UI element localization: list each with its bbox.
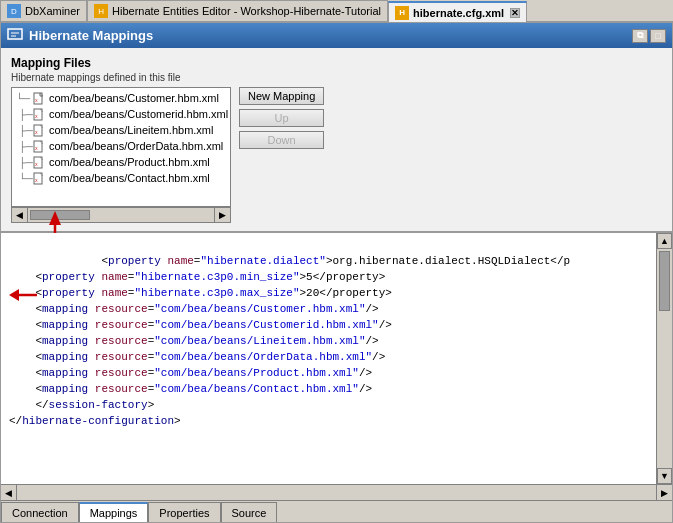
mapping-row: └─ X com/bea/beans/Customer.h	[11, 87, 662, 223]
xml-line-7: <mapping resource="com/bea/beans/Product…	[9, 367, 372, 379]
list-item[interactable]: ├─ X com/bea/beans/Customerid.hbm.xml	[12, 106, 230, 122]
list-item-text-4: com/bea/beans/Product.hbm.xml	[49, 156, 210, 168]
xml-hscroll-track[interactable]	[17, 485, 656, 500]
svg-text:X: X	[35, 98, 38, 103]
file-icon-0: X	[32, 91, 46, 105]
tab-hibernate-editor[interactable]: H Hibernate Entities Editor - Workshop-H…	[87, 0, 388, 21]
mapping-files-desc: Hibernate mappings defined in this file	[11, 72, 662, 83]
bottom-tab-bar: Connection Mappings Properties Source	[1, 500, 672, 522]
window-title-icon	[7, 26, 23, 45]
hscroll-right-btn[interactable]: ▶	[214, 208, 230, 222]
tab-dbxaminer[interactable]: D DbXaminer	[0, 0, 87, 21]
tree-connector: ├─	[16, 125, 32, 136]
tab-properties-label: Properties	[159, 507, 209, 519]
xml-editor-pane: <property name="hibernate.dialect">org.h…	[1, 233, 672, 522]
xml-line-4: <mapping resource="com/bea/beans/Custome…	[9, 319, 392, 331]
up-button[interactable]: Up	[239, 109, 324, 127]
tab-source[interactable]: Source	[221, 502, 278, 522]
tab-hibernate-editor-label: Hibernate Entities Editor - Workshop-Hib…	[112, 5, 381, 17]
xml-hscrollbar[interactable]: ◀ ▶	[1, 484, 672, 500]
down-button[interactable]: Down	[239, 131, 324, 149]
hibernate-cfg-icon: H	[395, 6, 409, 20]
window-controls: ⧉ □	[632, 29, 666, 43]
xml-editor-container: <property name="hibernate.dialect">org.h…	[1, 233, 672, 484]
xml-line-2: <property name="hibernate.c3p0.max_size"…	[9, 287, 392, 299]
list-item[interactable]: ├─ X com/bea/beans/Product.hbm.xml	[12, 154, 230, 170]
tree-connector: ├─	[16, 141, 32, 152]
xml-content-area[interactable]: <property name="hibernate.dialect">org.h…	[1, 233, 656, 484]
file-list[interactable]: └─ X com/bea/beans/Customer.h	[11, 87, 231, 207]
vscroll-track[interactable]	[657, 249, 672, 468]
tab-connection-label: Connection	[12, 507, 68, 519]
svg-rect-0	[8, 29, 22, 39]
hibernate-editor-icon: H	[94, 4, 108, 18]
svg-text:X: X	[35, 114, 38, 119]
list-item[interactable]: ├─ X com/bea/beans/Lineitem.hbm.xml	[12, 122, 230, 138]
svg-text:X: X	[35, 162, 38, 167]
list-item-text-5: com/bea/beans/Contact.hbm.xml	[49, 172, 210, 184]
main-tab-bar: D DbXaminer H Hibernate Entities Editor …	[0, 0, 673, 22]
file-icon-5: X	[32, 171, 46, 185]
svg-text:X: X	[35, 146, 38, 151]
file-icon-3: X	[32, 139, 46, 153]
list-item[interactable]: └─ X com/bea/beans/Contact.hbm.xml	[12, 170, 230, 186]
xml-line-10: </hibernate-configuration>	[9, 415, 181, 427]
main-window: Hibernate Mappings ⧉ □ Mapping Files Hib…	[0, 22, 673, 523]
vscroll-thumb[interactable]	[659, 251, 670, 311]
svg-text:X: X	[35, 130, 38, 135]
xml-line-1: <property name="hibernate.c3p0.min_size"…	[9, 271, 385, 283]
window-title: Hibernate Mappings	[29, 28, 153, 43]
xml-line-0: <property name="hibernate.dialect">org.h…	[75, 255, 570, 267]
xml-hscroll-right-btn[interactable]: ▶	[656, 485, 672, 500]
svg-text:X: X	[35, 178, 38, 183]
hscroll-thumb[interactable]	[30, 210, 90, 220]
list-item-text-3: com/bea/beans/OrderData.hbm.xml	[49, 140, 223, 152]
vscroll-down-btn[interactable]: ▼	[657, 468, 672, 484]
window-title-bar: Hibernate Mappings ⧉ □	[1, 23, 672, 48]
xml-line-9: </session-factory>	[9, 399, 154, 411]
mapping-files-pane: Mapping Files Hibernate mappings defined…	[1, 48, 672, 233]
xml-vscrollbar[interactable]: ▲ ▼	[656, 233, 672, 484]
content-area: Mapping Files Hibernate mappings defined…	[1, 48, 672, 522]
tree-connector: └─	[16, 93, 32, 104]
tab-mappings-label: Mappings	[90, 507, 138, 519]
list-item-text-0: com/bea/beans/Customer.hbm.xml	[49, 92, 219, 104]
list-item-text-2: com/bea/beans/Lineitem.hbm.xml	[49, 124, 213, 136]
tab-hibernate-cfg-label: hibernate.cfg.xml	[413, 7, 504, 19]
tree-root: └─ X com/bea/beans/Customer.h	[12, 88, 230, 188]
list-item-text-1: com/bea/beans/Customerid.hbm.xml	[49, 108, 228, 120]
tab-mappings[interactable]: Mappings	[79, 502, 149, 522]
tab-hibernate-cfg[interactable]: H hibernate.cfg.xml ✕	[388, 1, 527, 22]
mapping-buttons: New Mapping Up Down	[239, 87, 324, 149]
tab-properties[interactable]: Properties	[148, 502, 220, 522]
tree-connector: ├─	[16, 157, 32, 168]
mapping-files-title: Mapping Files	[11, 56, 662, 70]
file-icon-1: X	[32, 107, 46, 121]
file-icon-2: X	[32, 123, 46, 137]
xml-hscroll-left-btn[interactable]: ◀	[1, 485, 17, 500]
tab-connection[interactable]: Connection	[1, 502, 79, 522]
restore-button[interactable]: ⧉	[632, 29, 648, 43]
hscroll-left-btn[interactable]: ◀	[12, 208, 28, 222]
xml-line-6: <mapping resource="com/bea/beans/OrderDa…	[9, 351, 385, 363]
new-mapping-button[interactable]: New Mapping	[239, 87, 324, 105]
tab-source-label: Source	[232, 507, 267, 519]
xml-line-8: <mapping resource="com/bea/beans/Contact…	[9, 383, 372, 395]
vscroll-up-btn[interactable]: ▲	[657, 233, 672, 249]
dbxaminer-icon: D	[7, 4, 21, 18]
file-icon-4: X	[32, 155, 46, 169]
list-item[interactable]: ├─ X com/bea/beans/OrderData.hbm.xml	[12, 138, 230, 154]
tab-dbxaminer-label: DbXaminer	[25, 5, 80, 17]
xml-line-5: <mapping resource="com/bea/beans/Lineite…	[9, 335, 379, 347]
tab-close-button[interactable]: ✕	[510, 8, 520, 18]
tree-connector: └─	[16, 173, 32, 184]
maximize-button[interactable]: □	[650, 29, 666, 43]
xml-line-3: <mapping resource="com/bea/beans/Custome…	[9, 303, 379, 315]
hscroll-track[interactable]	[28, 208, 214, 222]
tree-connector: ├─	[16, 109, 32, 120]
list-item[interactable]: └─ X com/bea/beans/Customer.h	[12, 90, 230, 106]
